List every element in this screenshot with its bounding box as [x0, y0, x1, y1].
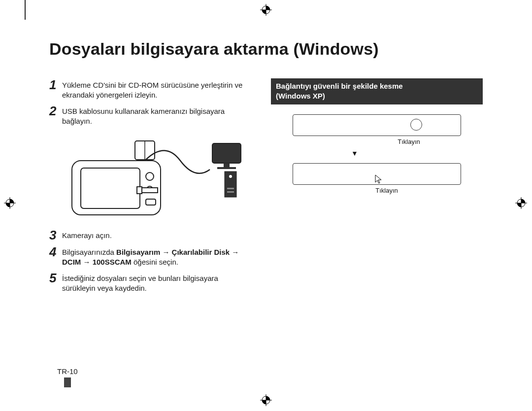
cursor-icon	[375, 174, 383, 184]
step-text: Kamerayı açın.	[62, 229, 112, 240]
step-text: Yükleme CD'sini bir CD-ROM sürücüsüne ye…	[62, 78, 246, 101]
camera-to-pc-illustration	[62, 131, 246, 220]
step-number: 3	[49, 229, 62, 241]
page-title: Dosyaları bilgisayara aktarma (Windows)	[49, 39, 493, 59]
step-text: Bilgisayarınızda Bilgisayarım → Çıkarıla…	[62, 245, 246, 268]
taskbar-steps: Tıklayın ▼ Tıklayın	[271, 114, 483, 194]
taskbar-tray-box-2	[293, 163, 461, 185]
svg-rect-21	[212, 143, 241, 163]
click-label-2: Tıklayın	[291, 187, 483, 194]
svg-rect-26	[227, 188, 234, 189]
registration-mark-right	[515, 197, 527, 209]
svg-rect-27	[227, 191, 234, 193]
svg-point-25	[229, 175, 232, 178]
registration-mark-top	[260, 4, 272, 16]
down-arrow-icon: ▼	[227, 149, 483, 157]
disconnect-header: Bağlantıyı güvenli bir şekilde kesme (Wi…	[271, 78, 483, 104]
registration-mark-bottom	[260, 394, 272, 406]
svg-rect-20	[137, 187, 142, 194]
manual-page: Dosyaları bilgisayara aktarma (Windows) …	[0, 0, 532, 411]
step-text: USB kablosunu kullanarak kameranızı bilg…	[62, 104, 246, 127]
registration-mark-left	[4, 197, 16, 209]
svg-rect-19	[141, 188, 158, 193]
step-number: 4	[49, 245, 62, 258]
step-5: 5 İstediğiniz dosyaları seçin ve bunları…	[49, 272, 246, 294]
step-number: 2	[49, 104, 62, 117]
step-number: 1	[49, 78, 62, 91]
step-3: 3 Kamerayı açın.	[49, 229, 246, 241]
right-column: Bağlantıyı güvenli bir şekilde kesme (Wi…	[271, 78, 483, 297]
left-column: 1 Yükleme CD'sini bir CD-ROM sürücüsüne …	[49, 78, 246, 297]
step-2: 2 USB kablosunu kullanarak kameranızı bi…	[49, 104, 246, 127]
svg-rect-23	[217, 167, 236, 169]
step-1: 1 Yükleme CD'sini bir CD-ROM sürücüsüne …	[49, 78, 246, 101]
svg-rect-22	[224, 163, 230, 167]
taskbar-tray-box-1	[293, 114, 461, 136]
page-content: Dosyaları bilgisayara aktarma (Windows) …	[49, 39, 493, 297]
page-number: TR-10	[57, 367, 78, 376]
step-number: 5	[49, 272, 62, 284]
tray-icon	[410, 119, 422, 131]
click-label-1: Tıklayın	[335, 138, 483, 145]
step-text: İstediğiniz dosyaları seçin ve bunları b…	[62, 272, 246, 294]
crop-mark	[25, 0, 26, 20]
page-number-bar	[64, 377, 71, 387]
svg-rect-13	[81, 168, 140, 208]
columns: 1 Yükleme CD'sini bir CD-ROM sürücüsüne …	[49, 78, 493, 297]
step-4: 4 Bilgisayarınızda Bilgisayarım → Çıkarı…	[49, 245, 246, 268]
